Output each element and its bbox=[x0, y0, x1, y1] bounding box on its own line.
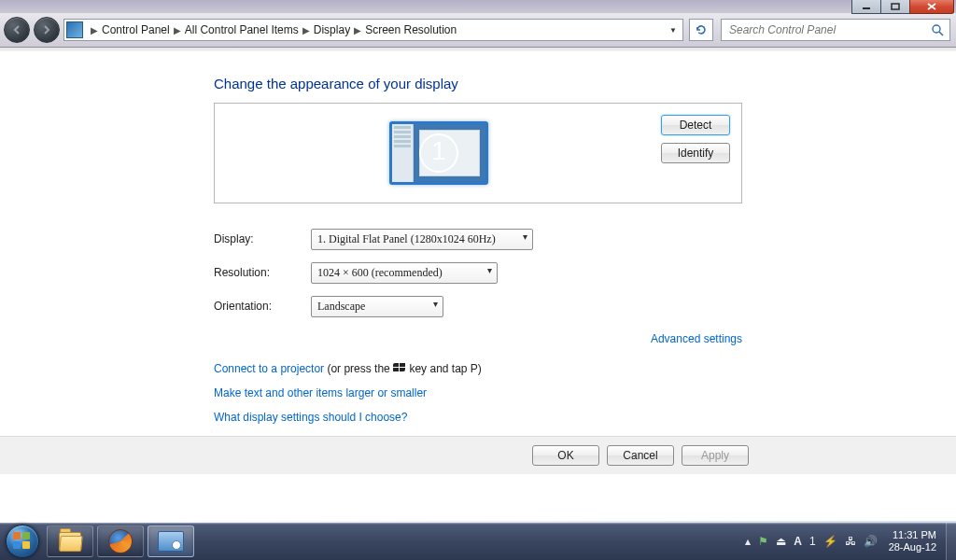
tray-volume-icon[interactable]: 🔊 bbox=[864, 535, 878, 548]
advanced-settings-link[interactable]: Advanced settings bbox=[214, 332, 742, 345]
breadcrumb-seg-2[interactable]: All Control Panel Items bbox=[185, 23, 299, 36]
start-button[interactable] bbox=[0, 523, 45, 560]
taskbar-item-explorer[interactable] bbox=[47, 525, 93, 557]
cancel-button[interactable]: Cancel bbox=[607, 445, 674, 466]
search-input[interactable] bbox=[727, 22, 908, 37]
select-orientation[interactable]: Landscape bbox=[311, 296, 443, 317]
control-panel-icon bbox=[66, 21, 83, 38]
taskbar-item-firefox[interactable] bbox=[97, 525, 144, 557]
refresh-icon bbox=[695, 23, 708, 36]
taskbar-item-control-panel[interactable] bbox=[148, 525, 194, 557]
label-display: Display: bbox=[214, 232, 311, 245]
svg-point-2 bbox=[933, 25, 940, 33]
breadcrumb-seg-3[interactable]: Display bbox=[314, 23, 350, 36]
select-orientation-value: Landscape bbox=[317, 300, 365, 314]
monitor-thumbnail[interactable]: 1 bbox=[389, 121, 488, 185]
show-desktop-button[interactable] bbox=[946, 523, 956, 560]
svg-rect-1 bbox=[892, 4, 899, 9]
firefox-icon bbox=[108, 529, 133, 553]
label-orientation: Orientation: bbox=[214, 300, 311, 313]
ok-button[interactable]: OK bbox=[532, 445, 599, 466]
projector-line: Connect to a projector (or press the key… bbox=[214, 362, 742, 375]
refresh-button[interactable] bbox=[689, 19, 713, 41]
minimize-button[interactable] bbox=[851, 0, 881, 14]
folder-icon bbox=[59, 532, 81, 551]
detect-button[interactable]: Detect bbox=[661, 115, 730, 135]
identify-button[interactable]: Identify bbox=[661, 143, 730, 163]
svg-line-3 bbox=[939, 32, 943, 35]
search-box[interactable] bbox=[721, 19, 950, 41]
select-resolution-value: 956 × 560 (recommended) bbox=[317, 266, 443, 280]
text-size-link[interactable]: Make text and other items larger or smal… bbox=[214, 386, 742, 399]
tray-time: 11:31 PM bbox=[889, 529, 936, 541]
breadcrumb-seg-4[interactable]: Screen Resolution bbox=[365, 23, 457, 36]
tray-chevron-icon[interactable]: ▴ bbox=[745, 535, 751, 548]
tray-language-number[interactable]: 1 bbox=[809, 535, 816, 548]
display-settings-icon bbox=[158, 531, 184, 552]
apply-button[interactable]: Apply bbox=[682, 445, 749, 466]
tray-clock[interactable]: 11:31 PM 28-Aug-12 bbox=[885, 529, 940, 553]
windows-key-icon bbox=[393, 363, 406, 373]
chevron-right-icon: ▶ bbox=[302, 25, 310, 35]
chevron-right-icon: ▶ bbox=[174, 25, 181, 35]
window-titlebar bbox=[0, 0, 956, 13]
search-icon bbox=[931, 23, 944, 36]
tray-date: 28-Aug-12 bbox=[889, 541, 936, 553]
tray-power-icon[interactable]: ⚡ bbox=[823, 535, 837, 548]
chevron-right-icon: ▶ bbox=[354, 25, 361, 35]
close-button[interactable] bbox=[909, 0, 954, 14]
help-link[interactable]: What display settings should I choose? bbox=[214, 411, 742, 424]
label-resolution: Resolution: bbox=[214, 266, 311, 279]
breadcrumb-seg-1[interactable]: Control Panel bbox=[102, 23, 170, 36]
nav-forward-button[interactable] bbox=[34, 17, 60, 43]
tray-network-icon[interactable]: 🖧 bbox=[845, 535, 856, 548]
monitor-preview-box: 1 Detect Identify bbox=[214, 103, 742, 203]
tray-language-letter[interactable]: A bbox=[794, 535, 802, 548]
maximize-button[interactable] bbox=[880, 0, 910, 14]
tray-flag-icon[interactable]: ⚑ bbox=[758, 535, 768, 548]
chevron-down-icon[interactable]: ▼ bbox=[669, 26, 677, 35]
system-tray: ▴ ⚑ ⏏ A 1 ⚡ 🖧 🔊 11:31 PM 28-Aug-12 bbox=[745, 529, 946, 553]
nav-back-button[interactable] bbox=[4, 17, 30, 43]
page-title: Change the appearance of your display bbox=[214, 76, 742, 91]
breadcrumb[interactable]: ▶ Control Panel ▶ All Control Panel Item… bbox=[63, 19, 683, 41]
dialog-footer: OK Cancel Apply bbox=[0, 436, 956, 474]
connect-projector-link[interactable]: Connect to a projector bbox=[214, 362, 324, 375]
select-display[interactable]: 1. Digital Flat Panel (1280x1024 60Hz) bbox=[311, 229, 533, 250]
tray-safely-remove-icon[interactable]: ⏏ bbox=[776, 535, 786, 548]
select-resolution[interactable]: 956 × 560 (recommended) bbox=[311, 262, 498, 284]
svg-rect-0 bbox=[863, 7, 870, 9]
address-bar: ▶ Control Panel ▶ All Control Panel Item… bbox=[0, 13, 956, 48]
select-display-value: 1. Digital Flat Panel (1280x1024 60Hz) bbox=[317, 232, 496, 246]
chevron-right-icon: ▶ bbox=[91, 25, 98, 35]
monitor-number: 1 bbox=[419, 133, 458, 173]
taskbar: ▴ ⚑ ⏏ A 1 ⚡ 🖧 🔊 11:31 PM 28-Aug-12 bbox=[0, 523, 956, 560]
